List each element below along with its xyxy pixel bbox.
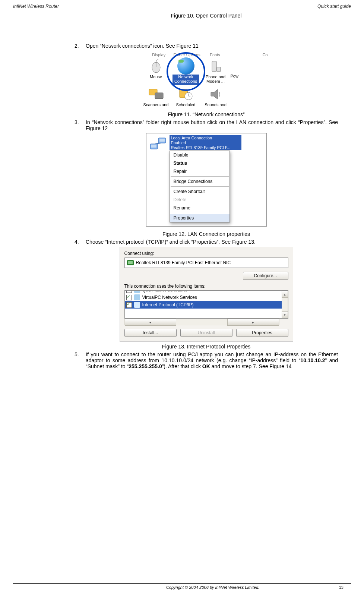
virtpc-label: VirtualPC Network Services <box>142 295 197 300</box>
figure-11-caption: Figure 11. “Network connections” <box>75 111 338 117</box>
lan-title: Local Area Connection <box>171 136 212 140</box>
svg-rect-2 <box>212 61 216 72</box>
sounds-icon[interactable]: Sounds and <box>201 87 231 107</box>
lan-adapter: Realtek RTL8139 Family PCI F... <box>171 145 231 150</box>
adapter-icon <box>127 260 134 265</box>
step-5-text: If you want to connect to the router usi… <box>86 351 338 369</box>
virtpc-icon <box>134 294 140 300</box>
item-tcpip[interactable]: Internet Protocol (TCP/IP) <box>125 301 282 309</box>
properties-button[interactable]: Properties <box>236 329 288 337</box>
scanners-icon[interactable]: Scanners and <box>141 87 171 107</box>
network-connections-icon[interactable]: NetworkConnections <box>171 59 201 85</box>
svg-rect-5 <box>155 93 163 99</box>
figure-10-caption: Figure 10. Open Control Panel <box>75 13 338 19</box>
scroll-left-icon[interactable]: ◂ <box>125 319 177 326</box>
sounds-label: Sounds and <box>201 102 231 107</box>
ctx-separator-3 <box>171 213 229 213</box>
install-button[interactable]: Install... <box>124 329 177 337</box>
items-listbox[interactable]: QoS Packet Scheduler VirtualPC Network S… <box>124 290 288 319</box>
ctx-disable[interactable]: Disable <box>170 151 230 159</box>
tcpip-label: Internet Protocol (TCP/IP) <box>142 302 194 307</box>
lan-enabled: Enabled <box>171 140 186 145</box>
figure-12-caption: Figure 12. LAN Connection properties <box>75 231 338 237</box>
svg-rect-12 <box>151 145 156 148</box>
ctx-status[interactable]: Status <box>170 159 230 167</box>
ctx-delete: Delete <box>170 196 230 204</box>
figure-13-caption: Figure 13. Internet Protocol Properties <box>75 344 338 350</box>
step-4-number: 4. <box>75 239 86 245</box>
step-3-text: In “Network connections” folder right mo… <box>86 119 338 131</box>
step-4: 4. Choose “Internet protocol (TCP/IP)” a… <box>75 239 338 245</box>
uninstall-button: Uninstall <box>180 329 232 337</box>
ctx-rename[interactable]: Rename <box>170 204 230 212</box>
step-4-text: Choose “Internet protocol (TCP/IP)” and … <box>86 239 338 245</box>
scroll-right-icon[interactable]: ▸ <box>227 319 279 326</box>
control-panel-icons: Display Folder Options Fonts Co Mouse <box>141 51 272 111</box>
ctx-separator-2 <box>171 186 229 187</box>
svg-rect-3 <box>217 67 221 72</box>
phone-modem-icon[interactable]: Phone andModem ... <box>201 59 231 85</box>
phone-label: Phone andModem ... <box>201 75 231 83</box>
cp-fonts-partial: Fonts <box>201 53 229 57</box>
ctx-shortcut[interactable]: Create Shortcut <box>170 187 230 196</box>
page-content: Figure 10. Open Control Panel 2. Open “N… <box>0 9 364 369</box>
adapter-name: Realtek RTL8139 Family PCI Fast Ethernet… <box>136 260 231 265</box>
page-header: InfiNet Wireless Router Quick start guid… <box>0 0 364 9</box>
items-scrollbar[interactable]: ▴ ▾ <box>282 291 288 318</box>
lan-connection-icon <box>149 136 167 151</box>
copyright: Copyright © 2004-2006 by InfiNet Wireles… <box>97 585 329 590</box>
tcpip-icon <box>134 302 140 308</box>
context-menu: Disable Status Repair Bridge Connections… <box>170 151 230 222</box>
cp-co-partial: Co <box>257 53 268 57</box>
step-3-number: 3. <box>75 119 86 131</box>
header-left: InfiNet Wireless Router <box>13 4 59 9</box>
tcpip-checkbox[interactable] <box>126 302 132 308</box>
qos-icon <box>134 290 140 293</box>
lan-context-panel: Local Area Connection Enabled Realtek RT… <box>146 133 267 227</box>
adapter-field[interactable]: Realtek RTL8139 Family PCI Fast Ethernet… <box>124 258 288 268</box>
scroll-up-icon[interactable]: ▴ <box>282 291 288 298</box>
connect-using-label: Connect using: <box>124 251 288 256</box>
svg-rect-14 <box>159 139 165 142</box>
step-2-number: 2. <box>75 43 86 49</box>
configure-button[interactable]: Configure... <box>243 272 288 280</box>
footer-separator <box>13 583 351 584</box>
qos-checkbox[interactable] <box>126 290 132 293</box>
lan-title-block[interactable]: Local Area Connection Enabled Realtek RT… <box>170 135 241 150</box>
step-2-text: Open “Network connections” icon. See Fig… <box>86 43 338 49</box>
properties-panel: Connect using: Realtek RTL8139 Family PC… <box>120 247 293 342</box>
step-2: 2. Open “Network connections” icon. See … <box>75 43 338 49</box>
item-virtualpc[interactable]: VirtualPC Network Services <box>125 294 282 301</box>
step-5-number: 5. <box>75 351 86 369</box>
scanners-label: Scanners and <box>141 102 171 107</box>
step-3: 3. In “Network connections” folder right… <box>75 119 338 131</box>
scheduled-icon[interactable]: Scheduled <box>171 87 201 107</box>
ctx-bridge[interactable]: Bridge Connections <box>170 177 230 186</box>
globe-icon <box>177 57 194 75</box>
scroll-track[interactable] <box>282 298 288 311</box>
scheduled-label: Scheduled <box>171 102 201 107</box>
cp-top-partial-row: Display Folder Options Fonts Co <box>141 53 272 59</box>
uses-items-label: This connection uses the following items… <box>124 284 288 289</box>
pow-partial-label: Pow <box>231 59 242 85</box>
ctx-separator-1 <box>171 176 229 177</box>
header-right: Quick start guide <box>317 4 351 9</box>
cp-folder-partial: Folder Options <box>173 53 201 57</box>
svg-marker-10 <box>211 89 218 99</box>
step-5: 5. If you want to connect to the router … <box>75 351 338 369</box>
cp-display-partial: Display <box>145 53 173 57</box>
qos-label: QoS Packet Scheduler <box>142 290 187 293</box>
virtpc-checkbox[interactable] <box>126 295 132 300</box>
network-label: NetworkConnections <box>172 75 199 85</box>
svg-line-15 <box>155 143 161 144</box>
page-number: 13 <box>329 585 344 590</box>
ctx-properties[interactable]: Properties <box>170 214 230 222</box>
page-footer: Copyright © 2004-2006 by InfiNet Wireles… <box>0 583 364 590</box>
mouse-label: Mouse <box>141 75 171 79</box>
scroll-down-icon[interactable]: ▾ <box>282 311 288 318</box>
item-qos[interactable]: QoS Packet Scheduler <box>125 290 282 294</box>
ctx-repair[interactable]: Repair <box>170 167 230 176</box>
mouse-icon[interactable]: Mouse <box>141 59 171 85</box>
